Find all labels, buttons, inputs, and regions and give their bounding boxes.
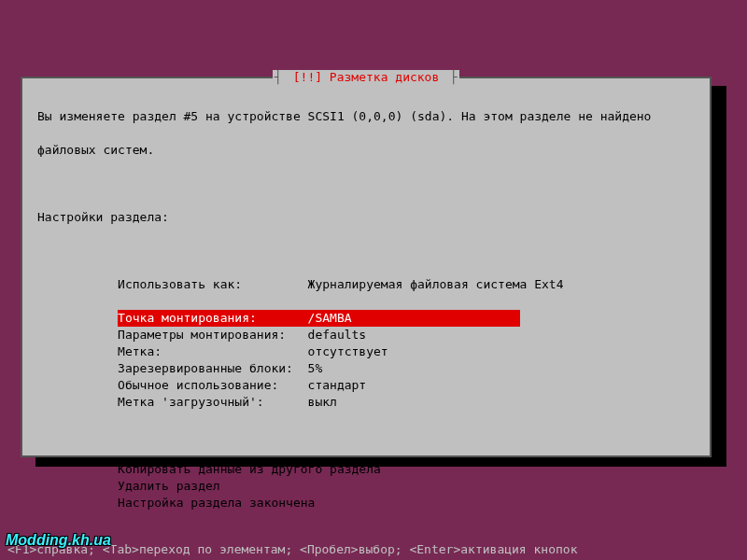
dialog-content: Вы изменяете раздел #5 на устройстве SCS… [22, 78, 710, 560]
setting-row[interactable]: Использовать как: Журналируемая файловая… [37, 276, 695, 293]
watermark: Modding.kh.ua [6, 532, 111, 549]
title-text: [!!] Разметка дисков [284, 70, 448, 84]
intro-line1: Вы изменяете раздел #5 на устройстве SCS… [37, 108, 695, 125]
setting-row[interactable]: Зарезервированные блоки: 5% [37, 360, 695, 377]
title-right-bracket: ├ [448, 70, 459, 84]
action-row[interactable]: Настройка раздела закончена [37, 495, 695, 511]
blank3 [37, 427, 695, 444]
settings-list: Использовать как: Журналируемая файловая… [37, 276, 695, 411]
settings-heading: Настройки раздела: [37, 209, 695, 226]
title-left-bracket: ┤ [273, 70, 284, 84]
action-row[interactable]: Удалить раздел [37, 478, 695, 495]
setting-row[interactable]: Метка: отсутствует [37, 343, 695, 360]
footer-help: <F1>справка; <Tab>переход по элементам; … [0, 542, 747, 556]
dialog-title: ┤ [!!] Разметка дисков ├ [22, 70, 710, 84]
setting-row[interactable]: Обычное использование: стандарт [37, 377, 695, 394]
partition-dialog: ┤ [!!] Разметка дисков ├ Вы изменяете ра… [21, 77, 712, 457]
intro-line2: файловых систем. [37, 142, 695, 159]
action-row[interactable]: Копировать данные из другого раздела [37, 461, 695, 478]
blank-mid [37, 293, 695, 310]
setting-row[interactable]: Параметры монтирования: defaults [37, 327, 695, 343]
blank1 [37, 175, 695, 192]
blank2 [37, 243, 695, 259]
setting-selected[interactable]: Точка монтирования: /SAMBA [118, 310, 519, 327]
setting-row[interactable]: Точка монтирования: /SAMBA [37, 310, 695, 327]
setting-row[interactable]: Метка 'загрузочный': выкл [37, 394, 695, 411]
actions-list: Копировать данные из другого раздела Уда… [37, 461, 695, 511]
